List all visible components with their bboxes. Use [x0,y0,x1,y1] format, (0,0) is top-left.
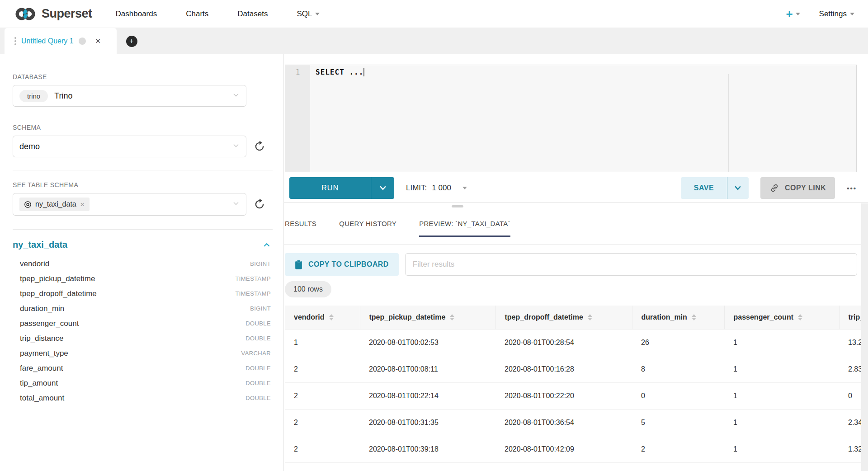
schema-column-row[interactable]: tip_amountDOUBLE [13,376,273,391]
table-cell: 1 [724,329,839,356]
nav-item-dashboards[interactable]: Dashboards [116,9,157,19]
results-table-header-row: vendoridtpep_pickup_datetimetpep_dropoff… [285,306,861,329]
schema-column-row[interactable]: tpep_pickup_datetimeTIMESTAMP [13,271,273,286]
tabs-underline [284,244,868,245]
column-type: DOUBLE [245,380,271,386]
table-cell: 2020-08-01T00:36:54 [495,409,632,436]
nav-menu: DashboardsChartsDatasetsSQL [116,9,320,19]
save-button[interactable]: SAVE [681,177,727,199]
table-schema-select[interactable]: ny_taxi_data ✕ [13,193,246,216]
column-type: DOUBLE [245,320,271,327]
chevron-down-icon [315,13,320,15]
table-row: 12020-08-01T00:02:532020-08-01T00:28:542… [285,329,861,356]
limit-label: LIMIT: [406,184,427,193]
sort-icon[interactable] [588,314,592,320]
resize-grip[interactable] [452,205,463,207]
column-name: total_amount [20,394,64,403]
header-label: trip_distance [849,313,862,321]
vertical-scrollbar[interactable] [861,203,868,471]
query-tab-untitled[interactable]: Untitled Query 1 ✕ [5,28,117,54]
copy-link-button[interactable]: COPY LINK [760,177,835,199]
schema-column-row[interactable]: duration_minBIGINT [13,301,273,316]
table-cell: 2.34 [839,409,861,436]
tab-preview-ny-taxi-data[interactable]: PREVIEW: `NY_TAXI_DATA` [419,220,510,237]
table-chip-label: ny_taxi_data [35,200,76,208]
column-header-passenger_count[interactable]: passenger_count [724,306,839,329]
editor-code-area[interactable]: SELECT ... [310,65,856,172]
schema-label: SCHEMA [13,124,273,131]
column-type: DOUBLE [245,365,271,372]
refresh-tables-icon[interactable] [254,198,265,210]
new-item-button[interactable]: + [786,8,800,20]
database-backend-pill: trino [19,90,48,102]
more-actions-icon[interactable]: ••• [847,184,857,192]
column-type: VARCHAR [241,350,271,357]
schema-column-row[interactable]: trip_distanceDOUBLE [13,331,273,346]
copy-to-clipboard-button[interactable]: COPY TO CLIPBOARD [285,253,399,276]
plus-circle-icon: + [126,36,137,47]
expanded-table-name[interactable]: ny_taxi_data [13,240,67,250]
save-options-button[interactable] [727,177,749,199]
table-cell: 2020-08-01T00:39:18 [360,436,495,462]
column-header-tpep_dropoff_datetime[interactable]: tpep_dropoff_datetime [495,306,632,329]
tab-query-history[interactable]: QUERY HISTORY [339,220,396,237]
column-header-vendorid[interactable]: vendorid [285,306,360,329]
unsaved-dot-icon [79,38,86,45]
column-header-tpep_pickup_datetime[interactable]: tpep_pickup_datetime [360,306,495,329]
column-name: tpep_pickup_datetime [20,274,95,283]
refresh-schemas-icon[interactable] [254,141,265,152]
table-chip[interactable]: ny_taxi_data ✕ [19,198,90,211]
settings-menu[interactable]: Settings [819,9,854,19]
collapse-chevron-up-icon[interactable] [263,241,271,249]
drag-handle-icon[interactable] [14,37,16,45]
limit-value: 1 000 [432,184,451,193]
schema-column-row[interactable]: total_amountDOUBLE [13,391,273,405]
column-header-duration_min[interactable]: duration_min [632,306,724,329]
limit-dropdown[interactable]: LIMIT: 1 000 [406,184,467,193]
table-cell: 5 [632,409,724,436]
divider [13,229,273,230]
infinity-logo-icon [14,6,37,22]
sql-editor[interactable]: 1 SELECT ... [285,65,857,172]
remove-table-icon[interactable]: ✕ [80,201,85,208]
chevron-down-icon [232,142,240,151]
schema-column-row[interactable]: tpep_dropoff_datetimeTIMESTAMP [13,286,273,301]
save-button-group: SAVE [681,177,749,199]
results-table-body: 12020-08-01T00:02:532020-08-01T00:28:542… [285,329,861,462]
schema-select[interactable]: demo [13,136,246,157]
column-type: TIMESTAMP [236,275,271,282]
run-button[interactable]: RUN [289,177,371,199]
table-cell: 0 [839,382,861,409]
schema-column-row[interactable]: passenger_countDOUBLE [13,316,273,331]
chevron-down-icon [462,187,467,189]
tab-results[interactable]: RESULTS [285,220,316,237]
header-label: tpep_dropoff_datetime [505,313,583,321]
header-label: duration_min [642,313,687,321]
table-cell: 2020-08-01T00:42:09 [495,436,632,462]
table-cell: 1.32 [839,436,861,462]
superset-logo[interactable]: Superset [14,6,92,22]
nav-item-datasets[interactable]: Datasets [237,9,268,19]
schema-column-row[interactable]: vendoridBIGINT [13,256,273,271]
close-tab-icon[interactable]: ✕ [95,37,101,45]
add-query-tab-button[interactable]: + [117,28,146,54]
column-header-trip_distance[interactable]: trip_distance [839,306,861,329]
table-cell: 2020-08-01T00:28:54 [495,329,632,356]
sort-icon[interactable] [692,314,696,320]
brand-name: Superset [42,7,92,21]
filter-results-input[interactable] [405,253,857,276]
sort-icon[interactable] [450,314,454,320]
results-tabs: RESULTSQUERY HISTORYPREVIEW: `NY_TAXI_DA… [285,220,510,237]
nav-item-sql[interactable]: SQL [297,9,320,19]
table-cell: 1 [724,382,839,409]
sort-icon[interactable] [798,314,802,320]
schema-column-row[interactable]: fare_amountDOUBLE [13,361,273,376]
schema-column-row[interactable]: payment_typeVARCHAR [13,346,273,361]
nav-item-charts[interactable]: Charts [186,9,208,19]
run-options-button[interactable] [371,177,394,199]
database-select[interactable]: trino Trino [13,85,246,107]
table-cell: 1 [285,329,360,356]
column-name: tpep_dropoff_datetime [20,289,97,298]
sort-icon[interactable] [329,314,334,320]
schema-value: demo [19,142,40,151]
